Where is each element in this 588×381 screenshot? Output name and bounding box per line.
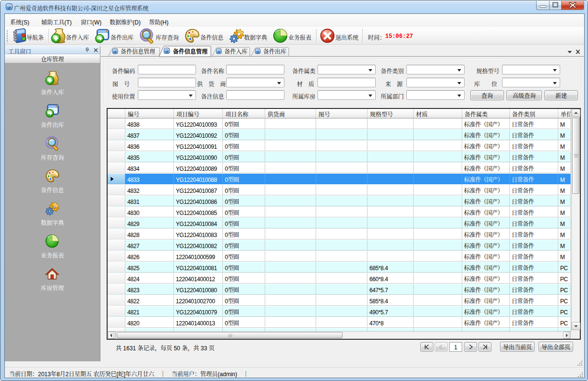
svg-text:备件入库: 备件入库 [224,47,247,55]
svg-text:备件信息管理: 备件信息管理 [173,47,208,55]
svg-text:备件信息管理: 备件信息管理 [121,47,155,55]
svg-text:备件出库: 备件出库 [263,47,286,55]
